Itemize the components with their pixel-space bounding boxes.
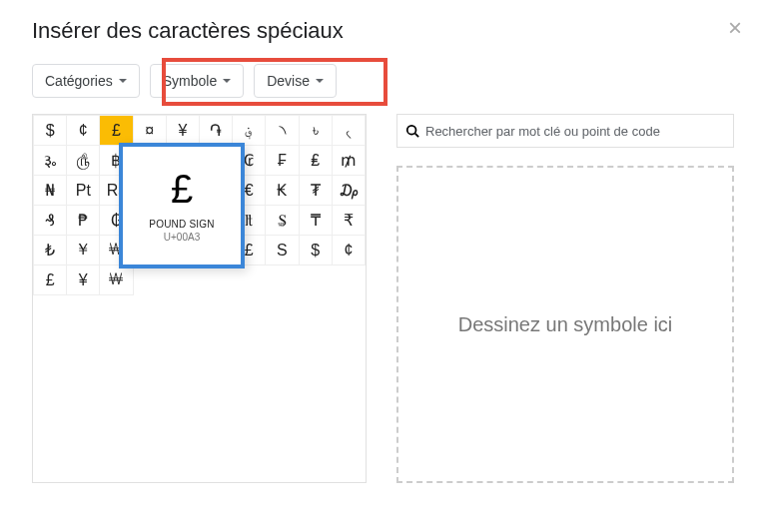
character-cell[interactable]: ₣ [266, 146, 299, 176]
empty-cell [332, 266, 365, 295]
symbol-label: Symbole [163, 73, 217, 89]
chevron-down-icon [223, 79, 231, 83]
categories-label: Catégories [45, 73, 113, 89]
chevron-down-icon [119, 79, 127, 83]
svg-point-0 [407, 126, 416, 135]
empty-cell [266, 266, 299, 295]
tooltip-name: POUND SIGN [149, 219, 214, 230]
character-cell[interactable]: ₯ [332, 176, 365, 206]
character-cell[interactable]: ֏ [199, 116, 232, 146]
character-cell[interactable]: ¢ [332, 236, 365, 266]
empty-cell [233, 266, 266, 295]
character-cell[interactable]: ૱ [34, 146, 67, 176]
character-grid-panel: $¢£¤¥֏؋৲৳৻૱௹฿៛₠₡₢₣₤₥₦PtRs₩₪₫€₭₮₯₰₱₲₳₴₵₶₷… [32, 114, 367, 483]
chevron-down-icon [316, 79, 324, 83]
categories-dropdown[interactable]: Catégories [32, 64, 140, 98]
character-cell[interactable]: ৻ [332, 116, 365, 146]
empty-cell [299, 266, 332, 295]
character-cell[interactable]: ¥ [67, 266, 100, 295]
close-button[interactable]: × [728, 16, 742, 40]
tooltip-codepoint: U+00A3 [164, 232, 200, 243]
character-cell[interactable]: ₤ [299, 146, 332, 176]
character-cell[interactable]: $ [34, 116, 67, 146]
search-box[interactable] [396, 114, 734, 148]
character-cell[interactable]: ₷ [266, 206, 299, 236]
empty-cell [166, 266, 199, 295]
symbol-dropdown[interactable]: Symbole [150, 64, 244, 98]
character-cell[interactable]: ¥ [166, 116, 199, 146]
character-cell[interactable]: ₰ [34, 206, 67, 236]
character-cell[interactable]: ₥ [332, 146, 365, 176]
right-column: Dessinez un symbole ici [396, 114, 734, 483]
character-cell[interactable]: ₦ [34, 176, 67, 206]
character-cell[interactable]: ৲ [266, 116, 299, 146]
character-cell[interactable]: ₹ [332, 206, 365, 236]
character-cell[interactable]: $ [299, 236, 332, 266]
main-row: $¢£¤¥֏؋৲৳৻૱௹฿៛₠₡₢₣₤₥₦PtRs₩₪₫€₭₮₯₰₱₲₳₴₵₶₷… [32, 114, 734, 483]
search-icon [405, 124, 419, 138]
character-cell[interactable]: £ [100, 116, 133, 146]
drawing-panel[interactable]: Dessinez un symbole ici [396, 166, 734, 483]
dialog-title: Insérer des caractères spéciaux [32, 18, 734, 44]
character-cell[interactable]: ￥ [67, 236, 100, 266]
character-cell[interactable]: ₮ [299, 176, 332, 206]
character-cell[interactable]: ₸ [299, 206, 332, 236]
character-cell[interactable]: ¤ [133, 116, 166, 146]
character-cell[interactable]: Pt [67, 176, 100, 206]
empty-cell [133, 266, 166, 295]
character-tooltip: £ POUND SIGN U+00A3 [119, 143, 245, 268]
tooltip-glyph: £ [171, 169, 193, 209]
dropdown-row: Catégories Symbole Devise [32, 64, 734, 98]
empty-cell [199, 266, 232, 295]
character-cell[interactable]: ₱ [67, 206, 100, 236]
character-cell[interactable]: ৳ [299, 116, 332, 146]
character-cell[interactable]: ₭ [266, 176, 299, 206]
character-cell[interactable]: ௹ [67, 146, 100, 176]
svg-line-1 [415, 134, 419, 138]
character-cell[interactable]: ¢ [67, 116, 100, 146]
close-icon: × [728, 14, 742, 41]
character-cell[interactable]: S [266, 236, 299, 266]
character-cell[interactable]: £ [34, 266, 67, 295]
search-input[interactable] [425, 124, 725, 139]
character-cell[interactable]: ؋ [233, 116, 266, 146]
currency-label: Devise [267, 73, 310, 89]
currency-dropdown[interactable]: Devise [254, 64, 337, 98]
character-cell[interactable]: ₺ [34, 236, 67, 266]
drawing-hint: Dessinez un symbole ici [458, 313, 673, 336]
character-cell[interactable]: ￦ [100, 266, 133, 295]
